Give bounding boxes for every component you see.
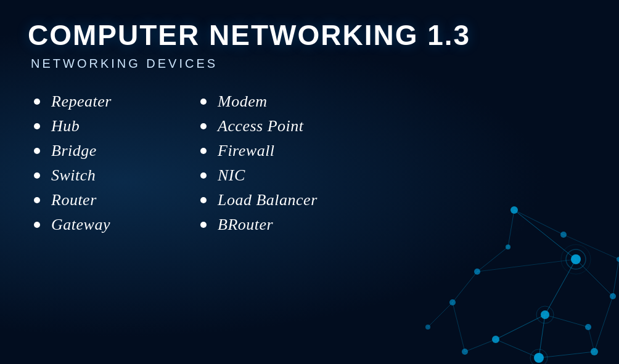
item-text: Modem (218, 92, 267, 111)
item-text: Firewall (218, 142, 275, 160)
list-item: Switch (34, 166, 200, 185)
item-text: Switch (51, 166, 96, 185)
bullet-icon (34, 172, 40, 179)
svg-line-30 (613, 259, 619, 296)
item-text: Gateway (51, 216, 110, 234)
bullet-icon (34, 222, 40, 228)
right-column: ModemAccess PointFirewallNICLoad Balance… (200, 92, 367, 240)
bullet-icon (200, 123, 207, 129)
list-item: Access Point (200, 117, 367, 135)
bullet-icon (200, 197, 207, 203)
item-text: Access Point (218, 117, 304, 135)
page-content: COMPUTER NETWORKING 1.3 NETWORKING DEVIC… (0, 0, 619, 259)
svg-line-31 (594, 296, 613, 352)
item-text: Repeater (51, 92, 112, 111)
bullet-icon (34, 99, 40, 105)
list-item: BRouter (200, 216, 367, 234)
bullet-icon (200, 222, 207, 228)
list-item: Router (34, 191, 200, 209)
svg-line-32 (588, 327, 594, 352)
svg-line-29 (428, 302, 453, 327)
list-item: Bridge (34, 142, 200, 160)
bullet-icon (34, 148, 40, 154)
left-column: RepeaterHubBridgeSwitchRouterGateway (34, 92, 200, 240)
list-item: Modem (200, 92, 367, 111)
list-item: Load Balancer (200, 191, 367, 209)
svg-line-27 (453, 272, 477, 302)
list-item: NIC (200, 166, 367, 185)
item-text: BRouter (218, 216, 273, 234)
page-title: COMPUTER NETWORKING 1.3 (28, 18, 591, 52)
svg-line-22 (465, 339, 496, 352)
bullet-icon (34, 197, 40, 203)
list-item: Hub (34, 117, 200, 135)
item-text: Load Balancer (218, 191, 318, 209)
bullet-icon (200, 172, 207, 179)
bullet-icon (200, 99, 207, 105)
list-item: Gateway (34, 216, 200, 234)
item-text: Bridge (51, 142, 97, 160)
lists-container: RepeaterHubBridgeSwitchRouterGateway Mod… (28, 92, 591, 240)
item-text: Hub (51, 117, 80, 135)
svg-line-17 (576, 259, 613, 296)
svg-line-28 (453, 302, 465, 352)
page-subtitle: NETWORKING DEVICES (28, 57, 591, 71)
bullet-icon (200, 148, 207, 154)
list-item: Repeater (34, 92, 200, 111)
item-text: NIC (218, 166, 245, 185)
bullet-icon (34, 123, 40, 129)
svg-line-18 (496, 315, 545, 339)
list-item: Firewall (200, 142, 367, 160)
svg-line-21 (496, 339, 539, 358)
item-text: Router (51, 191, 97, 209)
